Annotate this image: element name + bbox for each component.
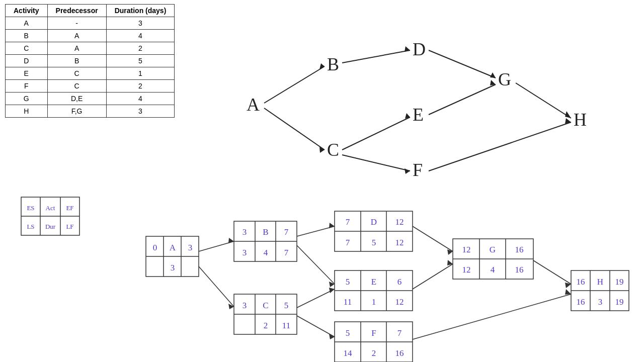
svg-text:19: 19 (615, 297, 624, 307)
svg-line-46 (297, 316, 335, 337)
svg-text:D: D (371, 217, 377, 227)
table-cell: 3 (106, 105, 175, 118)
svg-line-42 (297, 245, 335, 284)
table-cell: 4 (106, 30, 175, 42)
table-cell: D,E (47, 93, 106, 105)
svg-text:G: G (498, 69, 511, 89)
svg-line-18 (342, 155, 410, 171)
svg-text:A: A (170, 243, 176, 252)
svg-text:7: 7 (346, 217, 350, 227)
svg-text:2: 2 (372, 348, 376, 358)
svg-text:16: 16 (577, 277, 585, 287)
col-header-predecessor: Predecessor (47, 5, 106, 17)
svg-text:12: 12 (395, 217, 404, 227)
svg-text:G: G (490, 245, 496, 254)
svg-text:E: E (371, 277, 376, 287)
svg-text:H: H (574, 110, 587, 130)
svg-text:Dur: Dur (45, 223, 56, 230)
cpm-diagram: 0 A 3 3 3 B 7 3 4 7 3 C 5 2 11 7 D 12 (80, 186, 634, 362)
svg-text:12: 12 (395, 238, 404, 247)
table-cell: G (6, 93, 48, 105)
svg-line-52 (533, 260, 571, 284)
col-header-duration: Duration (days) (106, 5, 175, 17)
svg-text:16: 16 (395, 348, 404, 358)
table-cell: C (6, 42, 48, 55)
svg-text:12: 12 (462, 245, 471, 254)
svg-text:F: F (371, 328, 376, 338)
svg-text:19: 19 (615, 277, 624, 287)
legend-box: ES Act EF LS Dur LF (20, 196, 80, 236)
svg-text:EF: EF (66, 204, 73, 212)
svg-text:16: 16 (577, 297, 585, 307)
svg-text:7: 7 (284, 227, 289, 237)
svg-text:B: B (327, 54, 339, 74)
svg-text:3: 3 (188, 243, 193, 252)
table-cell: A (47, 30, 106, 42)
svg-marker-13 (405, 46, 410, 52)
svg-text:A: A (247, 95, 260, 115)
table-cell: 5 (106, 55, 175, 67)
table-cell: B (47, 55, 106, 67)
svg-text:7: 7 (284, 248, 289, 257)
svg-text:7: 7 (346, 238, 350, 247)
table-cell: A (47, 42, 106, 55)
table-cell: H (6, 105, 48, 118)
svg-text:14: 14 (344, 348, 353, 358)
svg-text:6: 6 (397, 277, 402, 287)
svg-text:16: 16 (515, 245, 524, 254)
svg-marker-15 (490, 72, 496, 78)
svg-marker-45 (329, 288, 335, 293)
table-cell: 4 (106, 93, 175, 105)
table-cell: 1 (106, 67, 175, 80)
table-cell: A (6, 17, 48, 30)
svg-text:11: 11 (344, 297, 352, 307)
node-H: 16 H 19 16 3 19 (571, 270, 629, 311)
node-B: 3 B 7 3 4 7 (234, 221, 297, 261)
table-cell: F,G (47, 105, 106, 118)
svg-line-22 (516, 83, 571, 118)
svg-text:C: C (327, 140, 339, 160)
svg-text:E: E (413, 105, 424, 125)
node-F: 5 F 7 14 2 16 (335, 322, 413, 362)
svg-text:5: 5 (346, 328, 350, 338)
table-cell: D (6, 55, 48, 67)
svg-marker-23 (565, 111, 571, 118)
svg-marker-19 (405, 168, 410, 174)
svg-text:D: D (413, 39, 426, 59)
table-cell: 2 (106, 42, 175, 55)
svg-text:H: H (597, 277, 603, 287)
svg-marker-39 (228, 304, 234, 309)
svg-line-8 (264, 66, 325, 103)
svg-text:12: 12 (395, 297, 404, 307)
svg-text:5: 5 (284, 301, 289, 310)
table-cell: 2 (106, 80, 175, 93)
svg-text:12: 12 (462, 265, 471, 275)
svg-text:ES: ES (27, 204, 34, 212)
svg-line-44 (297, 289, 335, 308)
node-D: 7 D 12 7 5 12 (335, 211, 413, 251)
svg-text:B: B (263, 227, 268, 237)
svg-line-40 (297, 226, 335, 236)
svg-text:4: 4 (264, 248, 268, 257)
svg-line-12 (342, 50, 410, 63)
svg-text:5: 5 (346, 277, 350, 287)
svg-line-54 (413, 294, 571, 339)
svg-line-14 (429, 50, 496, 78)
svg-text:C: C (263, 301, 268, 310)
node-E: 5 E 6 11 1 12 (335, 270, 413, 311)
svg-text:7: 7 (397, 328, 402, 338)
table-cell: 3 (106, 17, 175, 30)
svg-text:3: 3 (243, 301, 247, 310)
network-diagram: A B C D E F G H (231, 20, 609, 191)
activity-table: Activity Predecessor Duration (days) A-3… (5, 4, 175, 118)
svg-text:1: 1 (372, 297, 376, 307)
svg-line-16 (342, 117, 410, 150)
svg-text:LF: LF (66, 223, 73, 230)
table-cell: C (47, 67, 106, 80)
col-header-activity: Activity (6, 5, 48, 17)
svg-text:LS: LS (27, 223, 34, 230)
svg-marker-47 (329, 334, 335, 339)
svg-text:11: 11 (282, 321, 290, 330)
svg-marker-41 (329, 223, 335, 228)
svg-text:5: 5 (372, 238, 376, 247)
